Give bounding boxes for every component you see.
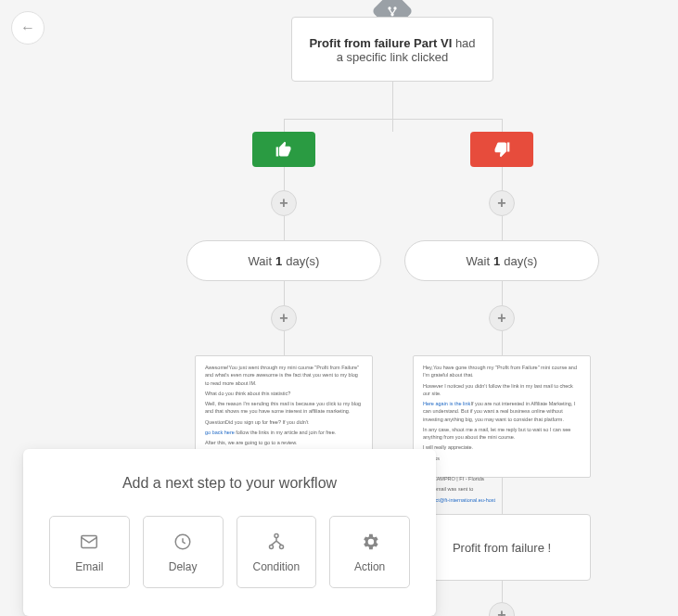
step-option-action[interactable]: Action — [329, 516, 410, 588]
wait-step-left[interactable]: Wait 1 day(s) — [186, 240, 381, 281]
add-step-button[interactable]: + — [271, 190, 297, 216]
svg-point-6 — [269, 545, 273, 548]
add-step-panel: Add a next step to your workflow Email D… — [23, 449, 436, 616]
branch-icon — [266, 532, 287, 552]
step-option-delay[interactable]: Delay — [143, 516, 224, 588]
thumbs-up-icon — [275, 140, 293, 159]
email-step-right[interactable]: Hey,You have gone through my "Profit fro… — [413, 355, 591, 478]
add-step-button[interactable]: + — [489, 602, 515, 616]
svg-point-2 — [390, 13, 393, 16]
email-step-result[interactable]: Profit from failure ! — [413, 514, 591, 581]
back-button[interactable]: ← — [11, 11, 45, 45]
thumbs-down-icon — [493, 140, 511, 159]
step-option-condition[interactable]: Condition — [237, 516, 317, 588]
branch-no-button[interactable] — [470, 132, 533, 167]
gear-icon — [360, 532, 380, 552]
step-option-email[interactable]: Email — [49, 516, 130, 588]
svg-point-7 — [279, 545, 283, 548]
arrow-left-icon: ← — [20, 19, 35, 36]
svg-point-5 — [275, 533, 278, 537]
add-step-button[interactable]: + — [489, 305, 515, 331]
email-icon — [79, 532, 99, 552]
panel-title: Add a next step to your workflow — [49, 475, 410, 492]
trigger-card[interactable]: Profit from failure Part VI had a specif… — [291, 17, 493, 82]
svg-point-1 — [393, 6, 396, 9]
svg-rect-3 — [82, 535, 97, 547]
clock-icon — [173, 532, 193, 552]
wait-step-right[interactable]: Wait 1 day(s) — [404, 240, 599, 281]
branch-yes-button[interactable] — [252, 132, 315, 167]
svg-point-0 — [388, 6, 390, 9]
add-step-button[interactable]: + — [489, 190, 515, 216]
add-step-button[interactable]: + — [271, 305, 297, 331]
trigger-title: Profit from failure Part VI — [309, 36, 452, 50]
